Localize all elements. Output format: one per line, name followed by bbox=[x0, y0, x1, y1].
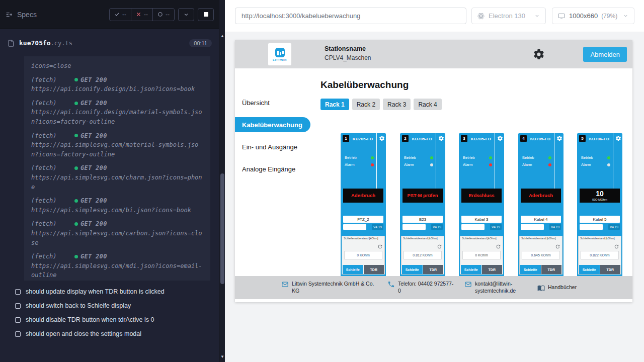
rack-tab[interactable]: Rack 1 bbox=[320, 99, 349, 110]
viewport-select[interactable]: 1000x660 (79%) bbox=[552, 8, 634, 24]
stat-passed-count: -- bbox=[122, 11, 126, 18]
settings-gear-icon[interactable] bbox=[533, 48, 545, 60]
test-item[interactable]: should disable TDR button when tdrActive… bbox=[0, 313, 219, 327]
card-gear-icon[interactable] bbox=[497, 135, 503, 141]
log-entry[interactable]: (fetch) GET 200 https://api.iconify.desi… bbox=[31, 99, 203, 127]
status-ok-dot bbox=[74, 255, 78, 258]
tdr-button[interactable]: TDR bbox=[482, 265, 503, 274]
measure-label: Schleifenwiderstand [kOhm] bbox=[342, 236, 384, 240]
card-number: 4 bbox=[520, 135, 527, 142]
spec-timer: 00:11 bbox=[189, 39, 212, 47]
rack-tab[interactable]: Rack 4 bbox=[414, 99, 441, 110]
firmware-version: V4.19 bbox=[549, 224, 561, 230]
workspace: Electron 130 1000x660 (79%) LITTWIN bbox=[225, 0, 644, 362]
log-entry[interactable]: (fetch) GET 200 https://api.simplesvg.co… bbox=[31, 252, 203, 280]
measurement-panel: Schleifenwiderstand [kOhm] 0.812 KOhm Sc… bbox=[401, 236, 444, 275]
footer-item[interactable]: Handbücher bbox=[537, 284, 577, 292]
card-gear-icon[interactable] bbox=[615, 135, 621, 141]
log-entry[interactable]: (fetch) GET 200 https://api.simplesvg.co… bbox=[31, 219, 203, 247]
test-runner-panel: Specs -- -- -- bbox=[0, 0, 219, 362]
sidebar-item[interactable]: Übersicht bbox=[235, 92, 310, 114]
tdr-button[interactable]: TDR bbox=[364, 265, 384, 274]
refresh-icon[interactable] bbox=[437, 244, 442, 249]
footer-text: Handbücher bbox=[548, 284, 577, 291]
tdr-button[interactable]: TDR bbox=[423, 265, 444, 274]
refresh-icon[interactable] bbox=[614, 244, 619, 249]
viewport-dimensions: 1000x660 bbox=[569, 12, 598, 20]
refresh-icon[interactable] bbox=[496, 244, 501, 249]
app-content: Kabelüberwachung Rack 1 Rack 2 Rack 3 Ra… bbox=[310, 68, 632, 302]
test-list: should update display when TDR button is… bbox=[0, 285, 219, 341]
stat-pending-count: -- bbox=[166, 11, 170, 18]
rack-tab[interactable]: Rack 3 bbox=[383, 99, 411, 110]
refresh-icon[interactable] bbox=[377, 244, 383, 249]
collapse-button[interactable] bbox=[178, 8, 194, 21]
sidebar-item[interactable]: Analoge Eingänge bbox=[235, 158, 310, 180]
spec-name: kue705fo bbox=[19, 39, 51, 47]
alarm-status-dot bbox=[430, 163, 433, 166]
specs-list-icon bbox=[5, 11, 13, 19]
stop-button[interactable] bbox=[198, 8, 214, 21]
card-gear-icon[interactable] bbox=[438, 135, 444, 141]
spec-file[interactable]: kue705fo .cy.ts bbox=[7, 39, 72, 47]
cable-name[interactable]: Kabel 4 bbox=[521, 216, 561, 223]
url-input[interactable] bbox=[235, 8, 466, 24]
schleife-button[interactable]: Schleife bbox=[520, 265, 541, 274]
card-model: KÜ706-FO bbox=[586, 137, 612, 141]
rack-tab[interactable]: Rack 2 bbox=[352, 99, 380, 110]
footer-item[interactable]: Telefon: 04402 972577-0 bbox=[387, 281, 454, 294]
sidebar-item[interactable]: Kabelüberwachung bbox=[235, 117, 310, 132]
tdr-button[interactable]: TDR bbox=[600, 265, 621, 274]
card-status-text: Aderbruch bbox=[351, 193, 375, 198]
log-entry[interactable]: (fetch) GET 200 https://api.iconify.desi… bbox=[31, 75, 203, 94]
card-status-text: 10 bbox=[596, 190, 604, 197]
specs-button[interactable]: Specs bbox=[5, 11, 37, 19]
device-card: 2 KÜ705-FO Betrieb Alarm PST-M prüfen B2… bbox=[400, 133, 445, 299]
card-model: KÜ705-FO bbox=[350, 137, 376, 141]
browser-select[interactable]: Electron 130 bbox=[471, 8, 546, 24]
log-status: GET 200 bbox=[80, 99, 107, 108]
card-gear-icon[interactable] bbox=[556, 135, 562, 141]
footer-text: kontakt@littwin-systemtechnik.de bbox=[475, 281, 527, 294]
status-box: 10 ISO MOhm bbox=[580, 189, 620, 203]
specs-label: Specs bbox=[17, 11, 37, 19]
test-item[interactable]: should open and close the settings modal bbox=[0, 327, 219, 341]
schleife-button[interactable]: Schleife bbox=[402, 265, 423, 274]
scrollbar-thumb[interactable] bbox=[220, 173, 224, 284]
card-model: KÜ705-FO bbox=[527, 137, 553, 141]
log-status: GET 200 bbox=[80, 219, 107, 229]
alarm-row: Alarm bbox=[463, 162, 492, 167]
alarm-status-dot bbox=[489, 163, 492, 166]
stat-failed-count: -- bbox=[144, 11, 148, 18]
cable-name[interactable]: Kabel 5 bbox=[580, 216, 620, 223]
refresh-icon[interactable] bbox=[555, 244, 560, 249]
stop-icon bbox=[204, 12, 208, 17]
tdr-button[interactable]: TDR bbox=[541, 265, 562, 274]
cable-name[interactable]: FTZ_2 bbox=[343, 216, 383, 223]
viewport-zoom: (79%) bbox=[601, 13, 617, 20]
card-gear-icon[interactable] bbox=[379, 135, 385, 141]
schleife-button[interactable]: Schleife bbox=[343, 265, 363, 274]
alarm-row: Alarm bbox=[581, 162, 610, 167]
card-number: 5 bbox=[579, 135, 586, 142]
station-info: Stationsname CPLV4_Maschen bbox=[325, 45, 371, 61]
log-entry[interactable]: (fetch) GET 200 https://api.simplesvg.co… bbox=[31, 131, 203, 159]
test-item[interactable]: should update display when TDR button is… bbox=[0, 285, 219, 299]
schleife-button[interactable]: Schleife bbox=[579, 265, 600, 274]
sidebar-item[interactable]: Ein- und Ausgänge bbox=[235, 136, 310, 158]
rack-tab-label: Rack 4 bbox=[418, 101, 437, 108]
log-entry[interactable]: (fetch) GET 200 https://api.simplesvg.co… bbox=[31, 163, 203, 192]
schleife-button[interactable]: Schleife bbox=[461, 265, 481, 274]
test-item[interactable]: should switch back to Schleife display bbox=[0, 299, 219, 313]
card-buttons: Schleife TDR bbox=[520, 265, 561, 274]
card-number: 1 bbox=[343, 135, 349, 142]
device-card: 5 KÜ706-FO Betrieb Alarm 10 ISO MOhm Kab… bbox=[577, 133, 622, 299]
cable-name[interactable]: Kabel 3 bbox=[461, 216, 502, 223]
footer-item[interactable]: Littwin Systemtechnik GmbH & Co. KG bbox=[281, 281, 377, 294]
logout-button[interactable]: Abmelden bbox=[583, 47, 627, 62]
log-entry[interactable]: (fetch) GET 200 https://api.simplesvg.co… bbox=[31, 196, 203, 215]
footer-item[interactable]: kontakt@littwin-systemtechnik.de bbox=[464, 281, 527, 294]
log-status: GET 200 bbox=[80, 196, 107, 206]
cable-name[interactable]: B23 bbox=[403, 216, 443, 223]
test-stats: -- -- -- bbox=[109, 8, 175, 21]
